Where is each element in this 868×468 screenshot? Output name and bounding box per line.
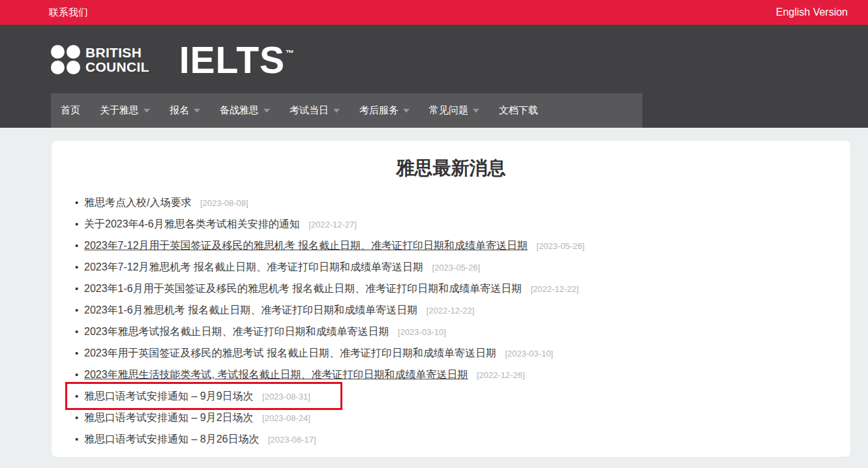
bullet-icon: •: [75, 192, 78, 213]
nav-item-label: 关于雅思: [100, 104, 139, 117]
bullet-icon: •: [75, 321, 78, 342]
news-link[interactable]: 雅思考点入校/入场要求: [84, 197, 191, 208]
page-title: 雅思最新消息: [52, 157, 850, 179]
site-header: BRITISH COUNCIL IELTS™ 首页 关于雅思 报名 备战雅思 考…: [0, 25, 868, 128]
news-date: [2023-08-17]: [268, 435, 316, 445]
news-list-item: • 2023年7-12月用于英国签证及移民的雅思机考 报名截止日期、准考证打印日…: [84, 235, 850, 256]
news-link[interactable]: 2023年1-6月用于英国签证及移民的雅思机考 报名截止日期、准考证打印日期和成…: [84, 283, 522, 294]
bullet-icon: •: [75, 364, 78, 385]
main-nav: 首页 关于雅思 报名 备战雅思 考试当日 考后服务 常见问题 文档下载: [51, 93, 642, 128]
nav-item-label: 常见问题: [429, 104, 468, 117]
news-list-item: • 2023年雅思生活技能类考试, 考试报名截止日期、准考证打印日期和成绩单寄送…: [84, 364, 850, 385]
nav-item[interactable]: 考试当日: [280, 93, 350, 128]
nav-item-label: 报名: [170, 104, 189, 117]
nav-item-label: 首页: [61, 104, 80, 117]
news-link[interactable]: 2023年7-12月雅思机考 报名截止日期、准考证打印日期和成绩单寄送日期: [84, 261, 423, 272]
british-council-wordmark: BRITISH COUNCIL: [85, 46, 149, 74]
nav-item[interactable]: 关于雅思: [90, 93, 160, 128]
chevron-down-icon: [473, 109, 479, 113]
news-link[interactable]: 2023年1-6月雅思机考 报名截止日期、准考证打印日期和成绩单寄送日期: [84, 304, 417, 315]
news-date: [2023-03-10]: [505, 349, 554, 358]
news-list-item: • 2023年1-6月雅思机考 报名截止日期、准考证打印日期和成绩单寄送日期 […: [84, 299, 850, 321]
news-date: [2022-12-26]: [477, 370, 525, 380]
nav-item[interactable]: 备战雅思: [210, 93, 280, 128]
news-list-item: • 2023年用于英国签证及移民的雅思考试 报名截止日期、准考证打印日期和成绩单…: [84, 342, 850, 364]
bullet-icon: •: [75, 256, 78, 278]
news-card: 雅思最新消息 • 雅思考点入校/入场要求 [2023-08-08] • 关于20…: [51, 140, 851, 458]
chevron-down-icon: [263, 109, 270, 113]
news-date: [2022-12-22]: [531, 284, 579, 294]
british-council-dots-icon: [51, 45, 80, 75]
news-link[interactable]: 雅思口语考试安排通知 – 9月9日场次: [84, 390, 254, 402]
top-utility-bar: 联系我们 English Version: [0, 0, 868, 25]
news-date: [2023-03-10]: [398, 327, 446, 337]
page-background: 雅思最新消息 • 雅思考点入校/入场要求 [2023-08-08] • 关于20…: [0, 128, 868, 458]
bullet-icon: •: [75, 278, 78, 299]
news-link[interactable]: 雅思口语考试安排通知 – 8月26日场次: [84, 433, 259, 445]
nav-item[interactable]: 考后服务: [350, 93, 419, 128]
bullet-icon: •: [75, 299, 78, 321]
nav-item[interactable]: 常见问题: [419, 93, 489, 128]
news-date: [2023-08-24]: [262, 413, 310, 423]
news-list-item: • 2023年7-12月雅思机考 报名截止日期、准考证打印日期和成绩单寄送日期 …: [84, 256, 850, 278]
contact-us-link[interactable]: 联系我们: [49, 7, 88, 19]
news-list-item: • 雅思考点入校/入场要求 [2023-08-08]: [84, 192, 850, 213]
news-list-item: • 雅思口语考试安排通知 – 8月26日场次 [2023-08-17]: [84, 428, 850, 450]
chevron-down-icon: [194, 109, 200, 113]
news-link[interactable]: 雅思口语考试安排通知 – 9月2日场次: [84, 412, 254, 423]
news-list-item: • 关于2023年4-6月雅思各类考试相关安排的通知 [2022-12-27]: [84, 213, 850, 235]
nav-item-label: 考试当日: [290, 104, 329, 117]
nav-item-label: 考后服务: [359, 104, 398, 117]
news-list-item: • 雅思口语考试安排通知 – 9月9日场次 [2023-08-31]: [84, 385, 850, 407]
english-version-link[interactable]: English Version: [776, 7, 848, 18]
nav-item[interactable]: 报名: [160, 93, 210, 128]
chevron-down-icon: [333, 109, 340, 113]
trademark-symbol: ™: [286, 48, 295, 58]
brand-logos: BRITISH COUNCIL IELTS™: [51, 40, 294, 80]
news-date: [2023-08-08]: [200, 198, 248, 208]
nav-item-label: 备战雅思: [220, 104, 259, 117]
news-date: [2023-05-26]: [537, 241, 585, 251]
news-date: [2022-12-22]: [427, 306, 475, 315]
news-link[interactable]: 关于2023年4-6月雅思各类考试相关安排的通知: [84, 218, 300, 229]
news-link[interactable]: 2023年雅思生活技能类考试, 考试报名截止日期、准考证打印日期和成绩单寄送日期: [84, 369, 468, 380]
bullet-icon: •: [75, 213, 78, 235]
bullet-icon: •: [75, 235, 78, 256]
bullet-icon: •: [75, 385, 78, 407]
news-link[interactable]: 2023年7-12月用于英国签证及移民的雅思机考 报名截止日期、准考证打印日期和…: [84, 240, 528, 251]
news-link[interactable]: 2023年用于英国签证及移民的雅思考试 报名截止日期、准考证打印日期和成绩单寄送…: [84, 347, 496, 358]
chevron-down-icon: [143, 109, 150, 113]
news-link[interactable]: 2023年雅思考试报名截止日期、准考证打印日期和成绩单寄送日期: [84, 326, 389, 337]
bullet-icon: •: [75, 342, 78, 364]
ielts-logo[interactable]: IELTS™: [179, 38, 294, 79]
nav-item[interactable]: 首页: [51, 93, 90, 128]
news-list-item: • 2023年雅思考试报名截止日期、准考证打印日期和成绩单寄送日期 [2023-…: [84, 321, 850, 342]
news-list-item: • 2023年1-6月用于英国签证及移民的雅思机考 报名截止日期、准考证打印日期…: [84, 278, 850, 299]
nav-item-label: 文档下载: [499, 104, 538, 117]
news-date: [2023-05-26]: [432, 263, 481, 272]
bullet-icon: •: [75, 407, 78, 428]
nav-item[interactable]: 文档下载: [489, 93, 548, 128]
news-list-item: • 雅思口语考试安排通知 – 9月2日场次 [2023-08-24]: [84, 407, 850, 428]
news-date: [2023-08-31]: [262, 392, 310, 402]
news-list: • 雅思考点入校/入场要求 [2023-08-08] • 关于2023年4-6月…: [52, 192, 850, 450]
news-date: [2022-12-27]: [308, 220, 357, 229]
british-council-logo[interactable]: BRITISH COUNCIL: [51, 45, 149, 75]
chevron-down-icon: [403, 109, 410, 113]
bullet-icon: •: [75, 428, 78, 450]
